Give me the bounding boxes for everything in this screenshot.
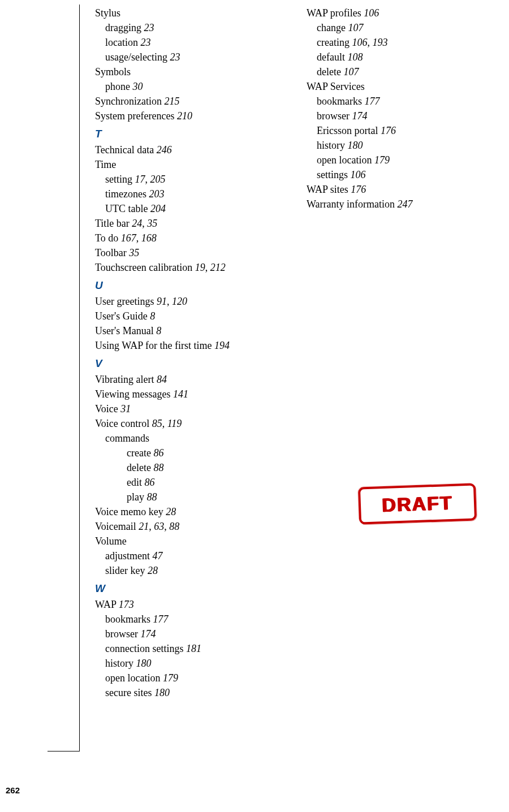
index-entry: WAP 173: [95, 597, 282, 612]
index-entry-text: browser: [105, 628, 138, 640]
index-entry: Technical data 246: [95, 142, 282, 157]
index-entry-pages: 194: [214, 340, 230, 351]
index-entry-text: Voice: [95, 403, 118, 414]
index-entry-text: Voice control: [95, 418, 149, 429]
index-entry-pages: 180: [348, 140, 363, 151]
index-entry-pages: 106: [351, 169, 366, 180]
index-entry: open location 179: [105, 671, 282, 685]
index-entry: creating 106, 193: [317, 35, 493, 50]
index-entry-pages: 107: [348, 22, 363, 33]
index-entry: slider key 28: [105, 563, 282, 578]
index-entry-pages: 246: [157, 144, 172, 156]
index-entry: Voice control 85, 119: [95, 416, 282, 431]
index-entry-pages: 106: [364, 7, 379, 19]
index-entry: history 180: [105, 656, 282, 671]
index-entry-text: location: [105, 37, 138, 48]
index-entry-text: timezones: [105, 188, 146, 200]
index-entry-pages: 179: [374, 154, 390, 166]
index-entry-text: open location: [317, 154, 372, 166]
index-entry: create 86: [127, 446, 282, 460]
index-entry-text: default: [317, 51, 345, 63]
index-entry-pages: 84: [157, 374, 167, 385]
index-entry-pages: 85, 119: [152, 418, 182, 429]
index-entry: To do 167, 168: [95, 231, 282, 245]
index-entry: WAP Services: [307, 79, 493, 94]
index-entry: User's Manual 8: [95, 323, 282, 338]
index-entry-text: Touchscreen calibration: [95, 262, 192, 273]
index-entry: Time: [95, 157, 282, 172]
index-entry: timezones 203: [105, 187, 282, 201]
index-entry-pages: 177: [365, 96, 380, 107]
index-entry-text: create: [127, 447, 151, 459]
index-entry: change 107: [317, 20, 493, 35]
index-entry-text: Voicemail: [95, 521, 136, 532]
index-entry-text: Volume: [95, 535, 127, 547]
index-entry-pages: 174: [140, 628, 156, 640]
index-entry: Voice memo key 28: [95, 504, 282, 519]
index-entry-text: User's Manual: [95, 325, 154, 336]
index-entry-pages: 167, 168: [121, 232, 157, 244]
index-entry-pages: 86: [153, 447, 163, 459]
index-entry: Title bar 24, 35: [95, 216, 282, 231]
index-entry-pages: 35: [129, 247, 139, 258]
index-entry-pages: 47: [153, 550, 163, 562]
index-entry: Toolbar 35: [95, 245, 282, 260]
index-entry-text: bookmarks: [317, 96, 362, 107]
page-number: 262: [6, 785, 20, 795]
index-entry: User greetings 91, 120: [95, 294, 282, 309]
index-entry: delete 88: [127, 460, 282, 475]
index-entry-pages: 210: [177, 110, 192, 122]
index-entry-pages: 181: [186, 643, 201, 654]
index-entry: System preferences 210: [95, 109, 282, 123]
index-entry-text: WAP profiles: [307, 7, 361, 19]
index-entry: Touchscreen calibration 19, 212: [95, 260, 282, 275]
index-entry-text: Vibrating alert: [95, 374, 154, 385]
index-entry-pages: 204: [150, 203, 166, 214]
section-letter: T: [95, 128, 282, 140]
index-entry-pages: 23: [170, 51, 180, 63]
index-entry-pages: 23: [140, 37, 150, 48]
index-entry-pages: 24, 35: [132, 218, 157, 229]
index-entry: usage/selecting 23: [105, 50, 282, 64]
index-entry: Synchronization 215: [95, 94, 282, 109]
index-entry-pages: 86: [145, 477, 155, 488]
index-entry-text: WAP: [95, 599, 116, 610]
index-entry-text: play: [127, 491, 144, 503]
index-entry-text: history: [105, 658, 133, 669]
index-entry: WAP profiles 106: [307, 6, 493, 20]
index-entry: adjustment 47: [105, 548, 282, 563]
index-entry-text: Voice memo key: [95, 506, 163, 517]
index-entry-text: Toolbar: [95, 247, 127, 258]
index-entry-pages: 176: [381, 125, 396, 136]
page-bracket-decoration: [48, 5, 80, 751]
index-entry-text: User greetings: [95, 296, 154, 307]
index-entry: Stylus: [95, 6, 282, 20]
index-entry-pages: 31: [120, 403, 131, 414]
index-entry-pages: 177: [153, 614, 169, 625]
index-entry: Ericsson portal 176: [317, 123, 493, 138]
index-entry-pages: 8: [156, 325, 161, 336]
document-page: Stylusdragging 23location 23usage/select…: [0, 0, 509, 812]
index-entry: browser 174: [105, 627, 282, 641]
index-entry-pages: 17, 205: [135, 174, 166, 185]
index-entry: dragging 23: [105, 20, 282, 35]
index-entry: commands: [105, 431, 282, 446]
index-entry-text: history: [317, 140, 345, 151]
index-entry: default 108: [317, 50, 493, 64]
index-entry: Symbols: [95, 64, 282, 79]
index-entry-text: Ericsson portal: [317, 125, 378, 136]
index-entry-text: Time: [95, 159, 116, 170]
index-entry: history 180: [317, 138, 493, 153]
section-letter: W: [95, 582, 282, 595]
index-entry-pages: 91, 120: [157, 296, 187, 307]
index-entry-pages: 28: [148, 565, 158, 576]
index-entry-pages: 19, 212: [195, 262, 226, 273]
index-entry: Volume: [95, 534, 282, 548]
index-entry-pages: 174: [352, 110, 367, 122]
index-entry-text: adjustment: [105, 550, 150, 562]
index-entry-pages: 21, 63, 88: [139, 521, 179, 532]
index-entry-pages: 30: [133, 81, 143, 92]
index-entry-text: System preferences: [95, 110, 174, 122]
index-entry-text: change: [317, 22, 346, 33]
index-entry-text: Synchronization: [95, 96, 162, 107]
